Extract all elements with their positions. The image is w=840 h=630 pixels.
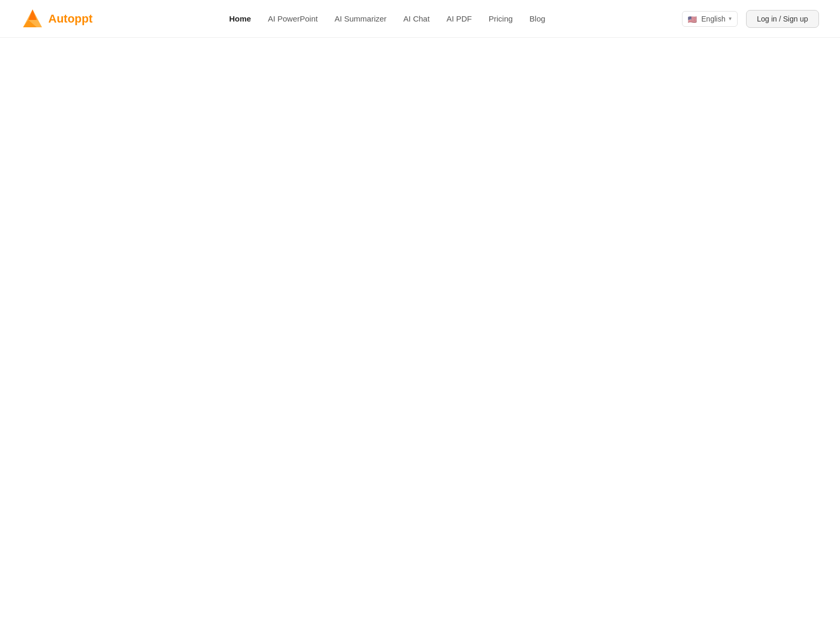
- nav-item-ai-summarizer[interactable]: AI Summarizer: [334, 14, 386, 23]
- main-content: [0, 38, 840, 630]
- svg-marker-1: [28, 9, 37, 20]
- nav-item-home[interactable]: Home: [229, 14, 251, 23]
- logo-text: Autoppt: [48, 12, 92, 26]
- nav-item-ai-powerpoint[interactable]: AI PowerPoint: [268, 14, 318, 23]
- chevron-down-icon: ▾: [729, 15, 732, 22]
- nav-item-pricing[interactable]: Pricing: [489, 14, 513, 23]
- language-label: English: [701, 15, 726, 23]
- login-signup-button[interactable]: Log in / Sign up: [746, 10, 819, 28]
- nav-item-ai-pdf[interactable]: AI PDF: [446, 14, 471, 23]
- logo-icon: [21, 7, 44, 30]
- flag-icon: 🇺🇸: [688, 15, 698, 23]
- site-header: Autoppt Home AI PowerPoint AI Summarizer…: [0, 0, 840, 38]
- main-nav: Home AI PowerPoint AI Summarizer AI Chat…: [229, 14, 545, 23]
- language-selector[interactable]: 🇺🇸 English ▾: [682, 11, 738, 27]
- logo[interactable]: Autoppt: [21, 7, 92, 30]
- nav-item-blog[interactable]: Blog: [530, 14, 545, 23]
- header-right: 🇺🇸 English ▾ Log in / Sign up: [682, 10, 819, 28]
- nav-item-ai-chat[interactable]: AI Chat: [403, 14, 429, 23]
